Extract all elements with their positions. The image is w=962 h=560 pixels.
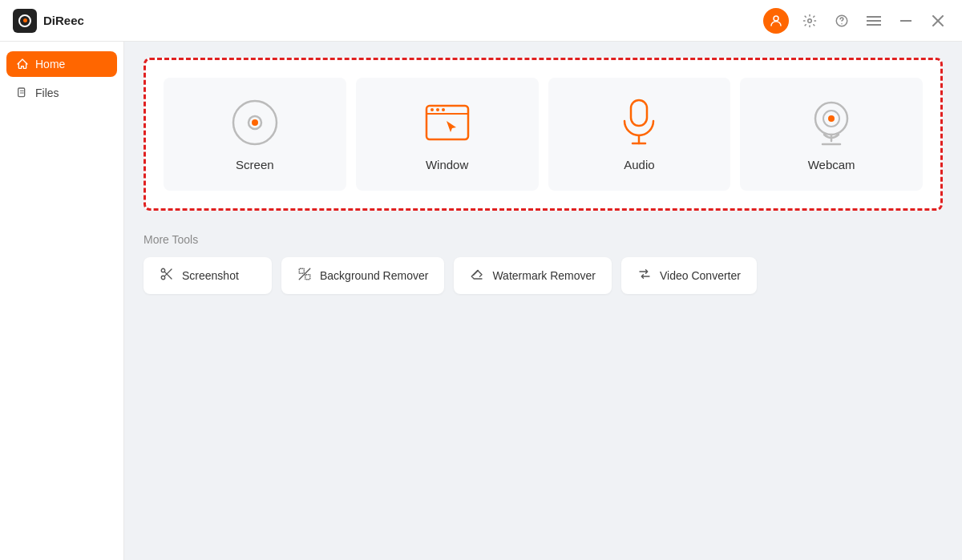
webcam-icon-svg	[806, 99, 856, 146]
watermark-remover-label: Watermark Remover	[492, 269, 596, 282]
app-logo-inner	[18, 14, 31, 27]
app-logo	[13, 9, 37, 33]
audio-icon-svg	[620, 99, 658, 147]
screen-icon-svg	[232, 99, 278, 146]
audio-label: Audio	[624, 158, 654, 171]
webcam-label: Webcam	[808, 158, 855, 171]
svg-rect-33	[299, 268, 304, 273]
svg-point-19	[436, 108, 439, 111]
svg-rect-21	[631, 100, 647, 126]
close-icon	[932, 15, 944, 26]
svg-line-36	[474, 271, 479, 276]
svg-line-35	[299, 268, 310, 280]
files-icon	[16, 87, 29, 99]
window-label: Window	[426, 158, 468, 171]
screen-record-icon	[229, 97, 281, 148]
home-icon	[16, 58, 29, 71]
main-layout: Home Files	[0, 42, 962, 560]
window-record-icon	[422, 97, 473, 148]
app-title: DiReec	[43, 14, 84, 27]
sidebar-item-home[interactable]: Home	[6, 51, 117, 77]
screen-label: Screen	[236, 158, 274, 171]
close-button[interactable]	[927, 10, 949, 32]
titlebar-controls	[763, 8, 949, 34]
menu-icon	[867, 15, 881, 26]
screenshot-tool[interactable]: Screenshot	[143, 257, 272, 294]
background-remover-icon	[297, 267, 312, 284]
background-remover-label: Background Remover	[320, 269, 428, 282]
svg-point-26	[828, 115, 835, 122]
minimize-icon	[900, 20, 911, 22]
profile-button[interactable]	[763, 8, 789, 34]
watermark-remover-icon	[470, 267, 484, 284]
screen-record-card[interactable]: Screen	[164, 78, 346, 191]
profile-icon	[769, 14, 783, 28]
svg-point-18	[430, 108, 434, 111]
webcam-record-card[interactable]: Webcam	[740, 78, 923, 191]
help-button[interactable]	[831, 10, 853, 32]
svg-rect-34	[305, 275, 310, 280]
svg-point-1	[808, 18, 812, 22]
video-converter-label: Video Converter	[660, 269, 741, 282]
svg-point-0	[774, 16, 778, 21]
more-tools-label: More Tools	[143, 233, 943, 246]
watermark-remover-tool[interactable]: Watermark Remover	[454, 257, 612, 294]
background-remover-tool[interactable]: Background Remover	[281, 257, 444, 294]
more-tools-section: More Tools Screenshot	[143, 233, 943, 294]
bg-remove-icon	[297, 267, 312, 281]
titlebar: DiReec	[0, 0, 962, 42]
tools-grid: Screenshot Background Remover	[143, 257, 943, 294]
gear-icon	[802, 14, 817, 28]
window-icon-svg	[424, 103, 471, 142]
sidebar-files-label: Files	[35, 87, 59, 99]
help-icon	[835, 14, 849, 28]
audio-record-card[interactable]: Audio	[548, 78, 731, 191]
minimize-button[interactable]	[895, 10, 917, 32]
svg-point-3	[841, 23, 843, 25]
svg-point-20	[442, 108, 445, 111]
scissors-icon	[160, 267, 174, 281]
screenshot-label: Screenshot	[182, 269, 239, 282]
video-converter-icon	[637, 267, 652, 284]
convert-icon	[637, 267, 652, 281]
sidebar-home-label: Home	[35, 58, 65, 71]
app-logo-dot	[23, 18, 27, 22]
recording-grid: Screen Wi	[159, 73, 928, 195]
settings-button[interactable]	[798, 10, 821, 32]
webcam-record-icon	[806, 97, 857, 148]
window-record-card[interactable]: Window	[356, 78, 539, 191]
svg-rect-10	[18, 88, 25, 97]
eraser-icon	[470, 267, 484, 281]
svg-point-15	[252, 119, 258, 126]
sidebar: Home Files	[0, 42, 124, 560]
recording-section: Screen Wi	[143, 58, 943, 211]
screenshot-icon	[160, 267, 174, 284]
menu-button[interactable]	[863, 10, 885, 32]
sidebar-item-files[interactable]: Files	[6, 80, 117, 106]
content-area: Screen Wi	[124, 42, 962, 560]
audio-record-icon	[613, 97, 665, 148]
video-converter-tool[interactable]: Video Converter	[621, 257, 757, 294]
